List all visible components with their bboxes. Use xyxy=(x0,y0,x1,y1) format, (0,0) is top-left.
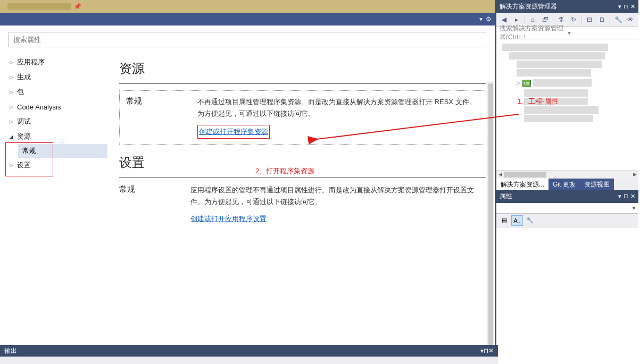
output-toolbar xyxy=(0,357,498,364)
solution-horizontal-scrollbar[interactable]: ◀ ▶ xyxy=(496,170,638,179)
section-resources-title: 资源 xyxy=(119,60,486,77)
panel-close-icon[interactable]: ✕ xyxy=(630,3,635,10)
gear-icon[interactable]: ⚙ xyxy=(486,15,492,23)
csharp-project-icon: C# xyxy=(522,80,531,87)
props-combo-dropdown-icon[interactable]: ▾ xyxy=(633,205,635,211)
back-icon[interactable]: ◀ xyxy=(498,14,510,25)
properties-icon[interactable]: 🔧 xyxy=(612,14,624,25)
vertical-scrollbar[interactable] xyxy=(487,81,494,348)
solution-tree[interactable]: ▷ C# 1、工程-属性 xyxy=(496,39,638,170)
props-close-icon[interactable]: ✕ xyxy=(630,193,635,200)
document-tab-strip: 📌 xyxy=(0,0,495,13)
section-settings-title: 设置 xyxy=(119,154,486,171)
right-bottom-tabs: 解决方案资源... Git 更改 资源视图 xyxy=(496,179,638,190)
wrench-icon[interactable]: 🔧 xyxy=(524,215,536,226)
filter-icon[interactable]: ⚗ xyxy=(555,14,567,25)
chevron-right-icon[interactable]: ▷ xyxy=(517,80,520,86)
property-content: 资源 常规 不再通过项目属性管理程序集资源。而是改为直接从解决方案资源管理器打开… xyxy=(112,52,495,351)
categorized-icon[interactable]: ▤ xyxy=(498,215,510,226)
property-nav: 应用程序 生成 包 Code Analysis 调试 资源 常规 设置 xyxy=(0,52,112,351)
resources-general-text: 不再通过项目属性管理程序集资源。而是改为直接从解决方案资源管理器打开 RESX … xyxy=(197,96,479,120)
show-all-icon[interactable]: 🗋 xyxy=(596,14,608,25)
nav-code-analysis[interactable]: Code Analysis xyxy=(6,99,107,114)
props-dropdown-icon[interactable]: ▾ xyxy=(618,193,621,200)
active-tab[interactable]: 📌 xyxy=(3,1,86,12)
output-pin-icon[interactable]: ⊓ xyxy=(484,347,488,354)
nav-resources-general[interactable]: 常规 xyxy=(18,144,107,158)
pin-icon[interactable]: 📌 xyxy=(73,3,81,10)
create-open-settings-link[interactable]: 创建或打开应用程序设置 xyxy=(190,213,267,225)
dropdown-icon[interactable]: ▾ xyxy=(479,15,483,23)
nav-application[interactable]: 应用程序 xyxy=(6,55,107,70)
panel-dropdown-icon[interactable]: ▾ xyxy=(618,3,621,10)
properties-toolbar: ▤ A↓ 🔧 xyxy=(496,214,638,227)
header-shelf: ▾ ⚙ xyxy=(0,13,495,26)
solution-explorer-search[interactable]: 搜索解决方案资源管理器(Ctrl+;) ▾ xyxy=(496,27,638,39)
tab-git-changes[interactable]: Git 更改 xyxy=(548,179,580,190)
props-pin-icon[interactable]: ⊓ xyxy=(624,193,628,200)
properties-panel-header: 属性 ▾ ⊓ ✕ xyxy=(496,190,638,203)
home-icon[interactable]: ⌂ xyxy=(527,14,538,25)
output-close-icon[interactable]: ✕ xyxy=(488,347,494,354)
sync-icon[interactable]: ↻ xyxy=(568,14,579,25)
nav-debug[interactable]: 调试 xyxy=(6,114,107,129)
preview-icon[interactable]: 👁 xyxy=(625,14,636,25)
nav-package[interactable]: 包 xyxy=(6,84,107,99)
settings-general-label: 常规 xyxy=(119,184,178,225)
output-panel: 输出 ▾ ⊓ ✕ xyxy=(0,345,498,364)
tab-resource-view[interactable]: 资源视图 xyxy=(580,179,614,190)
collapse-icon[interactable]: ⊟ xyxy=(584,14,595,25)
nav-build[interactable]: 生成 xyxy=(6,70,107,84)
settings-general-text: 应用程序设置的管理不再通过项目属性进行。而是改为直接从解决方案资源管理器打开设置… xyxy=(190,184,486,208)
search-dropdown-icon[interactable]: ▾ xyxy=(568,29,636,37)
tab-solution-explorer[interactable]: 解决方案资源... xyxy=(496,179,548,190)
resources-general-section: 常规 不再通过项目属性管理程序集资源。而是改为直接从解决方案资源管理器打开 RE… xyxy=(119,90,486,145)
panel-pin-icon[interactable]: ⊓ xyxy=(624,3,628,10)
solution-explorer-header: 解决方案资源管理器 ▾ ⊓ ✕ xyxy=(496,0,638,13)
alphabetical-icon[interactable]: A↓ xyxy=(511,215,523,226)
fwd-icon[interactable]: ▸ xyxy=(511,14,522,25)
create-open-resources-link[interactable]: 创建或打开程序集资源 xyxy=(197,125,270,139)
resources-general-label: 常规 xyxy=(126,96,185,139)
output-title: 输出 xyxy=(4,346,480,355)
settings-general-section: 常规 应用程序设置的管理不再通过项目属性进行。而是改为直接从解决方案资源管理器打… xyxy=(119,184,486,225)
switch-view-icon[interactable]: 🗗 xyxy=(539,14,551,25)
nav-settings[interactable]: 设置 xyxy=(6,158,107,173)
nav-resources[interactable]: 资源 xyxy=(6,129,107,144)
search-properties-input[interactable] xyxy=(9,32,486,47)
